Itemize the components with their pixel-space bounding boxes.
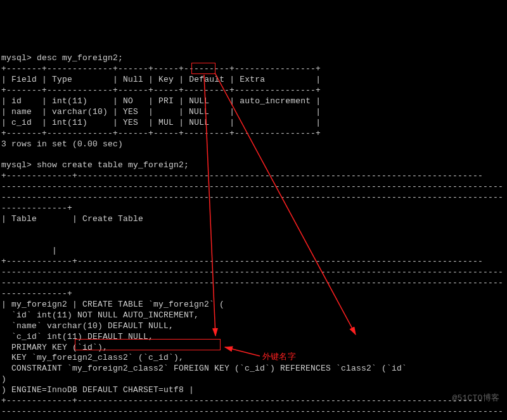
create-line: ): [1, 374, 6, 384]
command-desc: desc my_foreign2;: [37, 53, 123, 63]
create-line: | my_foreign2 | CREATE TABLE `my_foreign…: [1, 300, 224, 309]
create-line: ) ENGINE=InnoDB DEFAULT CHARSET=utf8 |: [1, 385, 194, 395]
col-table: Table: [11, 214, 37, 224]
col-extra: Extra: [240, 75, 265, 84]
cell-type: int(11): [52, 118, 87, 127]
col-key: Key: [158, 75, 174, 84]
watermark: @51CTO博客: [452, 393, 499, 404]
create-line: FOREIGN KEY (`c_id`) REFERENCES `class2`…: [169, 364, 407, 373]
command-show-create: show create table my_foreign2;: [37, 160, 189, 170]
create-line: PRIMARY KEY (`id`),: [1, 343, 108, 352]
col-null: Null: [123, 75, 143, 84]
mysql-prompt[interactable]: mysql>: [1, 160, 32, 170]
cell-null: YES: [123, 107, 138, 117]
create-line: `c_id` int(11) DEFAULT NULL,: [1, 332, 153, 341]
create-line: KEY `my_foreign2_class2` (`c_id`),: [1, 353, 184, 362]
cell-key: PRI: [158, 96, 174, 106]
cell-type: int(11): [52, 96, 87, 106]
create-line: CONSTRAINT: [1, 364, 67, 373]
cell-field: id: [11, 96, 22, 106]
terminal-output: mysql> desc my_foreign2; +-------+------…: [0, 43, 507, 420]
cell-default: NULL: [189, 107, 209, 117]
cell-key-mul: MUL: [158, 118, 174, 127]
mysql-prompt[interactable]: mysql>: [1, 53, 32, 63]
cell-field: name: [11, 107, 32, 117]
cell-null: YES: [123, 118, 138, 127]
col-default: Default: [189, 75, 224, 84]
create-line: `id` int(11) NOT NULL AUTO_INCREMENT,: [1, 310, 199, 320]
col-type: Type: [52, 75, 72, 84]
constraint-name: `my_foreign2_class2`: [67, 364, 169, 373]
annotation-label: 外键名字: [262, 352, 296, 362]
create-line: `name` varchar(10) DEFAULT NULL,: [1, 321, 174, 331]
col-create-table: Create Table: [82, 214, 143, 224]
cell-default: NULL: [189, 118, 209, 127]
col-field: Field: [11, 75, 37, 84]
cell-default: NULL: [189, 96, 209, 106]
cell-null: NO: [123, 96, 133, 106]
cell-field: c_id: [11, 118, 32, 127]
result-rows: 3 rows in set (0.00 sec): [1, 139, 123, 149]
cell-type: varchar(10): [52, 107, 108, 117]
cell-extra: auto_increment: [240, 96, 311, 106]
